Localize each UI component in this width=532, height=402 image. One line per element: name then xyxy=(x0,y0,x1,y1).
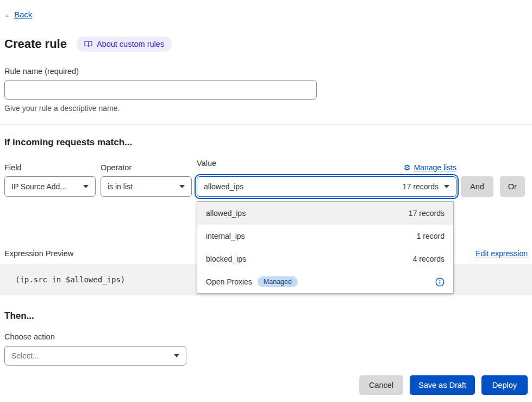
list-item-name: allowed_ips xyxy=(206,209,246,218)
chevron-down-icon xyxy=(83,185,89,188)
dropdown-item-internal-ips[interactable]: internal_ips 1 record xyxy=(197,225,453,248)
rule-name-help: Give your rule a descriptive name. xyxy=(4,104,528,113)
manage-lists-label: Manage lists xyxy=(414,163,456,172)
list-item-name: internal_ips xyxy=(206,232,245,240)
field-select[interactable]: IP Source Add... xyxy=(4,176,96,197)
dropdown-item-blocked-ips[interactable]: blocked_ips 4 records xyxy=(197,248,453,270)
gear-icon: ⚙ xyxy=(404,164,411,171)
field-select-value: IP Source Add... xyxy=(11,182,66,191)
value-select-record-count: 17 records xyxy=(403,182,439,191)
list-dropdown: allowed_ips 17 records internal_ips 1 re… xyxy=(197,201,454,294)
expression-code-text: (ip.src in $allowed_ips) xyxy=(15,275,125,284)
or-button[interactable]: Or xyxy=(500,176,525,197)
then-section-heading: Then... xyxy=(4,311,528,321)
edit-expression-link[interactable]: Edit expression xyxy=(475,249,528,258)
value-label: Value xyxy=(197,159,216,168)
create-rule-page: ← Back Create rule About custom rules Ru… xyxy=(0,0,532,395)
cancel-button[interactable]: Cancel xyxy=(359,375,403,395)
dropdown-item-allowed-ips[interactable]: allowed_ips 17 records xyxy=(197,202,453,225)
list-item-name: Open Proxies xyxy=(206,277,252,286)
back-arrow-icon: ← xyxy=(4,10,12,19)
chevron-down-icon xyxy=(444,185,449,188)
book-icon xyxy=(84,41,92,48)
choose-action-label: Choose action xyxy=(4,332,528,341)
match-section-heading: If incoming requests match... xyxy=(4,137,528,148)
value-select-value: allowed_ips xyxy=(204,182,243,191)
footer-actions: Cancel Save as Draft Deploy xyxy=(4,375,528,395)
back-link-label: Back xyxy=(14,10,32,19)
dropdown-item-open-proxies[interactable]: Open Proxies Managed xyxy=(197,270,453,293)
chevron-down-icon xyxy=(174,354,179,357)
field-label: Field xyxy=(4,163,96,172)
action-select[interactable]: Select... xyxy=(4,346,186,366)
list-item-left: Open Proxies Managed xyxy=(206,276,298,287)
page-title: Create rule xyxy=(4,37,67,51)
info-icon[interactable] xyxy=(435,277,445,287)
operator-select-value: is in list xyxy=(108,182,133,191)
value-select[interactable]: allowed_ips 17 records allowed_ips 17 re… xyxy=(197,176,456,197)
deploy-button[interactable]: Deploy xyxy=(481,375,528,395)
value-column: Value ⚙ Manage lists allowed_ips 17 reco… xyxy=(197,159,456,197)
manage-lists-link[interactable]: ⚙ Manage lists xyxy=(404,163,456,172)
list-item-name: blocked_ips xyxy=(206,255,246,263)
back-link[interactable]: ← Back xyxy=(4,10,32,19)
list-item-records: 17 records xyxy=(409,209,445,218)
field-column: Field IP Source Add... xyxy=(4,163,96,197)
chevron-down-icon xyxy=(179,185,185,188)
managed-badge: Managed xyxy=(258,276,298,287)
section-divider xyxy=(0,125,532,125)
operator-column: Operator is in list xyxy=(101,163,192,197)
rule-name-label: Rule name (required) xyxy=(4,67,528,76)
value-label-row: Value ⚙ Manage lists xyxy=(197,159,456,172)
action-select-placeholder: Select... xyxy=(11,351,39,360)
expression-preview-label: Expression Preview xyxy=(4,249,73,258)
list-item-records: 1 record xyxy=(417,232,445,240)
value-select-records: 17 records xyxy=(403,182,449,191)
list-item-records: 4 records xyxy=(413,255,445,263)
operator-select[interactable]: is in list xyxy=(101,176,192,197)
operator-label: Operator xyxy=(101,163,192,172)
about-custom-rules-label: About custom rules xyxy=(97,40,164,48)
rule-name-input[interactable] xyxy=(4,80,317,100)
and-button[interactable]: And xyxy=(461,176,493,197)
about-custom-rules-link[interactable]: About custom rules xyxy=(77,36,172,52)
title-row: Create rule About custom rules xyxy=(4,36,528,52)
save-as-draft-button[interactable]: Save as Draft xyxy=(410,375,475,395)
match-condition-row: Field IP Source Add... Operator is in li… xyxy=(4,159,528,197)
